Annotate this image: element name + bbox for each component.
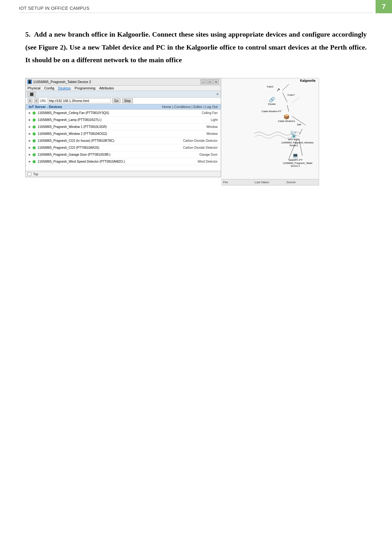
expand-arrow: ▶ [29,153,31,156]
fa02-node: Fa0/2 [267,85,273,88]
svg-line-0 [282,84,289,91]
network-table: Fire Last Status Source [221,179,319,185]
empty-row [26,165,221,171]
task-description: 5. Add a new branch office in Kalgoorlie… [25,28,367,67]
device-type: Light [173,118,218,122]
device-type: Window [173,132,218,135]
browser-close[interactable]: ✕ [216,92,219,96]
device-type: Carbon Dioxide Detector [173,139,218,142]
status-dot [33,160,36,163]
pt-app-nav: Home | Conditions | Editor | Log Out [162,105,218,109]
menu-physical[interactable]: Physical [27,86,40,90]
expand-arrow: ▶ [29,111,31,114]
svg-line-2 [292,97,299,103]
connector-icon: ↗ [276,87,280,92]
expand-arrow: ▶ [29,118,31,121]
status-dot [33,118,36,122]
cable-modem-icon: 📦 Cable Modem1 [278,114,295,123]
cable-modem-label: Cable-Modem-PT [262,110,281,113]
cluster-node: 🔗 Cluster [268,97,276,106]
device-name: 11656865_Pragnesh_Wind Speed Detector (P… [38,160,173,163]
table-row[interactable]: ▶ 11656865_Pragnesh_Garage Door (PTT0810… [26,151,221,158]
screenshot-container: 📱 11656865_Pragnesh_Tablet Device 2 – □ … [25,78,367,185]
task-number: 5 [25,30,29,38]
device-type: Wind Detector [173,160,218,163]
menu-config[interactable]: Config [44,86,54,90]
table-row[interactable]: ▶ 11656865_Pragnesh_Lamp (PTT0810S37U-) … [26,117,221,123]
device-type: Carbon Dioxide Detector [173,146,218,149]
maximize-button[interactable]: □ [207,79,213,84]
status-dot [33,139,36,142]
pt-app-header: IoT Server - Devices Home | Conditions |… [26,104,221,110]
main-content: 5. Add a new branch office in Kalgoorlie… [0,13,392,198]
device-type: Window [173,125,218,129]
pt-device-list: ▶ 11656865_Pragnesh_Ceiling Fan (PTT0810… [26,110,221,171]
table-row[interactable]: ▶ 11656865_Pragnesh_CO2 (PTT0810ARJS) Ca… [26,144,221,151]
expand-arrow: ▶ [29,139,31,142]
menu-desktop[interactable]: Desktop [58,86,71,90]
svg-line-3 [287,105,289,111]
status-dot [33,153,36,156]
pt-footer: Top [26,171,221,177]
top-label: Top [33,172,38,176]
svg-line-1 [282,93,287,102]
network-panel: Kalgoorlie Fa0/2 ↗ Coax7 🔗 Cluster [221,78,319,185]
status-dot [33,132,36,135]
pt-window-controls[interactable]: – □ × [201,79,219,84]
pt-titlebar: 📱 11656865_Pragnesh_Tablet Device 2 – □ … [26,78,221,86]
device-name: 11656865_Pragnesh_Window 2 (PTT08104OGZ) [38,132,173,135]
pt-browser-bar: < > URL Go Stop [26,98,221,104]
wrt300n-node: 📡 WRT300N 11656865_Pragnesh_Wireless Rou… [281,130,306,147]
device-name: 11656865_Pragnesh_Garage Door (PTT0810S3… [38,153,173,156]
expand-arrow: ▶ [29,146,31,149]
col-source: Source [286,180,317,184]
pt-toolbar: ⬛ ✕ [26,91,221,98]
status-dot [33,125,36,129]
table-row[interactable]: ▶ 11656865_Pragnesh_Ceiling Fan (PTT0810… [26,110,221,117]
col-fire: Fire [222,180,254,184]
device-name: 11656865_Pragnesh_CO2 (In house) (PTT081… [38,139,173,142]
menu-programming[interactable]: Programming [75,86,95,90]
device-type: Garage Door [173,153,218,156]
expand-arrow: ▶ [29,132,31,135]
browser-back[interactable]: < [27,98,33,103]
go-button[interactable]: Go [112,98,121,103]
table-row[interactable]: ▶ 11656865_Pragnesh_CO2 (In house) (PTT0… [26,137,221,144]
table-row[interactable]: ▶ 11656865_Pragnesh_Wind Speed Detector … [26,158,221,165]
page-header: IOT SETUP IN OFFICE CAMPUS [0,0,392,11]
top-checkbox[interactable] [27,172,31,176]
pt-title: 📱 11656865_Pragnesh_Tablet Device 2 [27,80,91,84]
pt-app-icon: 📱 [27,80,32,84]
page-number: 7 [376,0,392,13]
kalgoorlie-label-node: Kalgoorlie [300,79,316,83]
close-button[interactable]: × [213,79,219,84]
device-name: 11656865_Pragnesh_Lamp (PTT0810S37U-) [38,118,173,122]
toolbar-btn-1[interactable]: ⬛ [27,92,36,97]
device-name: 11656865_Pragnesh_CO2 (PTT0810ARJS) [38,146,173,149]
status-dot [33,146,36,149]
url-input[interactable] [48,98,111,103]
menu-attributes[interactable]: Attributes [99,86,114,90]
expand-arrow: ▶ [29,160,31,163]
col-status: Last Status [254,180,286,184]
browser-forward[interactable]: > [34,98,39,103]
table-row[interactable]: ▶ 11656865_Pragnesh_Window 1 (PTT0810L0G… [26,123,221,130]
device-name: 11656865_Pragnesh_Window 1 (PTT0810L0GR) [38,125,173,129]
table-row[interactable]: ▶ 11656865_Pragnesh_Window 2 (PTT08104OG… [26,130,221,137]
network-diagram: Kalgoorlie Fa0/2 ↗ Coax7 🔗 Cluster [221,78,319,179]
pt-window: 📱 11656865_Pragnesh_Tablet Device 2 – □ … [25,78,221,177]
url-label: URL [40,99,46,103]
pt-window-title: 11656865_Pragnesh_Tablet Device 2 [33,80,91,84]
minimize-button[interactable]: – [201,79,206,84]
status-dot [33,111,36,115]
stop-button[interactable]: Stop [122,98,133,103]
device-name: 11656865_Pragnesh_Ceiling Fan (PTT0810Y3… [38,111,173,115]
coax7-node: Coax7 [287,93,295,97]
pt-app-title: IoT Server - Devices [29,105,62,109]
expand-arrow: ▶ [29,125,31,128]
pt-menubar: Physical Config Desktop Programming Attr… [26,86,221,91]
task-text-content: Add a new branch office in Kalgoorlie. C… [25,30,367,64]
3d0-node: 3d0 [297,123,301,126]
tablet-pc-node: 💻 TabletPC-PT 11656865_Pragnesh_Tablet D… [283,153,308,167]
device-type: Ceiling Fan [173,111,218,115]
